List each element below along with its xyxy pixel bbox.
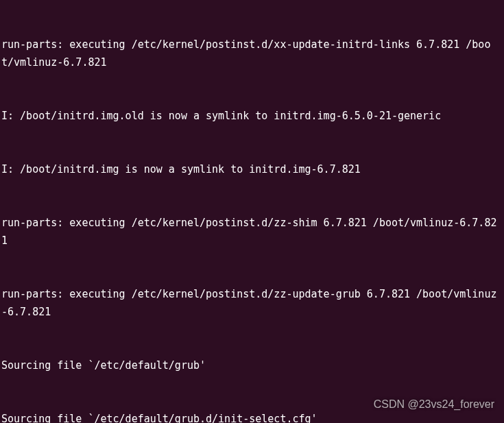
output-line: run-parts: executing /etc/kernel/postins… bbox=[1, 214, 503, 250]
terminal-output[interactable]: run-parts: executing /etc/kernel/postins… bbox=[1, 0, 503, 423]
output-line: Sourcing file `/etc/default/grub' bbox=[1, 356, 503, 374]
output-line: I: /boot/initrd.img.old is now a symlink… bbox=[1, 107, 503, 125]
output-line: run-parts: executing /etc/kernel/postins… bbox=[1, 36, 503, 71]
output-line: run-parts: executing /etc/kernel/postins… bbox=[1, 285, 503, 321]
output-line: Sourcing file `/etc/default/grub.d/init-… bbox=[1, 410, 503, 423]
output-line: I: /boot/initrd.img is now a symlink to … bbox=[1, 160, 503, 178]
